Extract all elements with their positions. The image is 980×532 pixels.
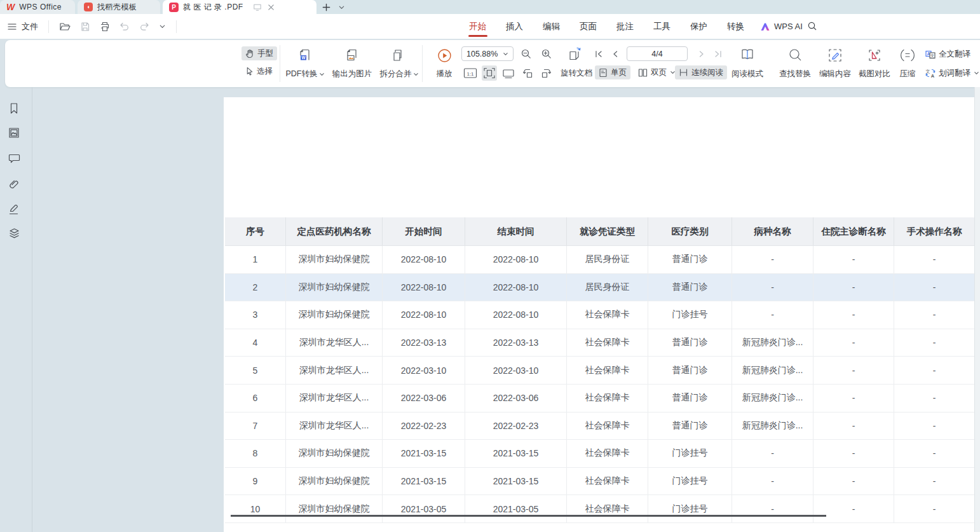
menu-item-edit[interactable]: 编辑 — [543, 14, 560, 39]
read-mode-button[interactable]: 阅读模式 — [730, 46, 765, 79]
thumbnail-icon[interactable] — [8, 127, 20, 139]
cell-credential-type: 社会保障卡 — [567, 468, 648, 495]
zoom-level-select[interactable]: 105.88% — [461, 46, 514, 61]
chevron-down-icon — [974, 71, 979, 76]
cell-disease-name: - — [732, 246, 813, 273]
actual-size-button[interactable]: 1:1 — [463, 65, 478, 81]
edit-content-button[interactable]: 编辑内容 — [816, 46, 854, 79]
file-menu-button[interactable]: 文件 — [22, 21, 38, 32]
table-row[interactable]: 4 深圳市龙华区人... 2022-03-13 2022-03-13 社会保障卡… — [225, 329, 974, 357]
cell-end-date: 2022-03-13 — [465, 329, 567, 357]
first-page-button[interactable] — [592, 46, 605, 62]
table-row[interactable]: 5 深圳市龙华区人... 2022-03-10 2022-03-10 社会保障卡… — [225, 357, 974, 385]
table-row[interactable]: 3 深圳市妇幼保健院 2022-08-10 2022-08-10 社会保障卡 门… — [225, 301, 974, 329]
word-translate-button[interactable]: 文A 划词翻译 — [922, 66, 980, 80]
menu-item-insert[interactable]: 插入 — [506, 14, 523, 39]
save-icon[interactable] — [80, 22, 90, 32]
annotate-pen-icon[interactable] — [8, 203, 20, 215]
cell-seq: 2 — [225, 274, 286, 301]
menu-item-home[interactable]: 开始 — [469, 14, 486, 39]
zoom-in-button[interactable] — [539, 46, 554, 62]
wps-ai-logo-icon — [760, 22, 770, 31]
main-menu-icon[interactable] — [8, 23, 17, 31]
menu-item-annotate[interactable]: 批注 — [616, 14, 634, 39]
cell-disease-name: - — [732, 301, 813, 329]
play-button[interactable]: 播放 — [430, 46, 459, 79]
compress-icon — [900, 48, 915, 63]
continuous-read-button[interactable]: 连续阅读 — [675, 65, 727, 79]
page-indicator-input[interactable]: 4/4 — [627, 46, 688, 61]
split-merge-icon — [391, 48, 407, 63]
cell-end-date: 2021-03-05 — [465, 495, 567, 522]
tab-docer-templates[interactable]: ◖ 找稻壳模板 — [78, 0, 160, 14]
fit-page-button[interactable] — [482, 65, 497, 81]
cell-disease-name: 新冠肺炎门诊... — [732, 329, 813, 357]
cell-start-date: 2022-08-10 — [383, 301, 465, 329]
cell-medical-category: 普通门诊 — [648, 385, 732, 412]
menu-item-protect[interactable]: 保护 — [690, 14, 707, 39]
select-tool-button[interactable]: 选择 — [242, 64, 276, 78]
tab-list-chevron-icon[interactable] — [338, 0, 345, 14]
table-header-cell: 医疗类别 — [648, 217, 732, 245]
cell-start-date: 2021-03-15 — [383, 440, 465, 467]
table-row[interactable]: 6 深圳市龙华区人... 2022-03-06 2022-03-06 社会保障卡… — [225, 385, 974, 413]
rotate-document-button[interactable]: 旋转文档 — [561, 68, 592, 79]
undo-icon[interactable] — [119, 22, 130, 31]
tab-wps-office[interactable]: W WPS Office — [0, 0, 75, 14]
table-row[interactable]: 10 深圳市妇幼保健院 2021-03-05 2021-03-05 社会保障卡 … — [225, 495, 974, 523]
double-page-button[interactable]: 双页 — [634, 65, 679, 79]
next-page-button[interactable] — [695, 46, 708, 62]
split-merge-button[interactable]: 拆分合并 — [378, 46, 421, 79]
find-replace-button[interactable]: 查找替换 — [775, 46, 815, 79]
compress-button[interactable]: 压缩 — [896, 46, 919, 79]
cell-disease-name: 新冠肺炎门诊... — [732, 385, 813, 412]
cell-credential-type: 社会保障卡 — [567, 329, 648, 357]
cell-start-date: 2022-03-10 — [383, 357, 465, 384]
cell-credential-type: 居民身份证 — [567, 246, 648, 273]
single-page-button[interactable]: 单页 — [595, 65, 630, 79]
zoom-out-button[interactable] — [519, 46, 534, 62]
layers-icon[interactable] — [8, 228, 20, 240]
pdf-convert-button[interactable]: W PDF转换 — [283, 46, 327, 79]
redo-icon[interactable] — [139, 22, 149, 31]
quickbar-chevron-icon[interactable] — [159, 23, 166, 30]
table-header-cell: 手术操作名称 — [894, 217, 974, 245]
new-tab-button[interactable] — [322, 0, 331, 14]
cell-institution: 深圳市龙华区人... — [286, 413, 383, 440]
table-row[interactable]: 1 深圳市妇幼保健院 2022-08-10 2022-08-10 居民身份证 普… — [225, 246, 974, 274]
cell-institution: 深圳市妇幼保健院 — [286, 274, 383, 301]
previous-page-button[interactable] — [609, 46, 622, 62]
rotate-document-icon[interactable] — [566, 44, 585, 64]
close-tab-icon[interactable] — [268, 4, 275, 11]
menu-item-page[interactable]: 页面 — [580, 14, 597, 39]
screen-cast-icon[interactable] — [253, 3, 262, 11]
tab-medical-record-pdf[interactable]: P 就 医 记 录 .PDF — [163, 0, 316, 14]
hand-tool-button[interactable]: 手型 — [242, 46, 277, 60]
table-row[interactable]: 2 深圳市妇幼保健院 2022-08-10 2022-08-10 居民身份证 普… — [225, 274, 974, 302]
table-row[interactable]: 8 深圳市妇幼保健院 2021-03-15 2021-03-15 社会保障卡 门… — [225, 440, 974, 468]
cell-operation-name: - — [894, 329, 974, 357]
print-icon[interactable] — [100, 22, 110, 32]
open-folder-icon[interactable] — [59, 22, 71, 32]
menu-item-convert[interactable]: 转换 — [727, 14, 744, 39]
menu-search-icon[interactable] — [807, 21, 817, 31]
pdf-page: 序号定点医药机构名称开始时间结束时间就诊凭证类型医疗类别病种名称住院主诊断名称手… — [224, 97, 974, 532]
fit-width-button[interactable] — [501, 65, 516, 81]
comment-icon[interactable] — [8, 153, 20, 164]
vertical-scrollbar[interactable] — [974, 87, 980, 532]
rotate-right-button[interactable] — [539, 65, 554, 81]
last-page-button[interactable] — [712, 46, 725, 62]
menu-item-tools[interactable]: 工具 — [653, 14, 670, 39]
table-row[interactable]: 9 深圳市妇幼保健院 2021-03-15 2021-03-15 社会保障卡 门… — [225, 468, 974, 496]
wps-ai-button[interactable]: WPS AI — [760, 14, 803, 39]
rotate-left-button[interactable] — [520, 65, 535, 81]
export-image-button[interactable]: 输出为图片 — [329, 46, 375, 79]
screenshot-compare-button[interactable]: 截图对比 — [855, 46, 894, 79]
cell-diagnosis-name: - — [813, 274, 894, 301]
table-row[interactable]: 7 深圳市龙华区人... 2022-02-23 2022-02-23 社会保障卡… — [225, 413, 974, 440]
attachment-icon[interactable] — [8, 179, 20, 190]
full-text-translate-button[interactable]: A文 全文翻译 — [922, 47, 974, 61]
page-divider-line — [231, 515, 826, 517]
cell-medical-category: 普通门诊 — [648, 274, 732, 301]
bookmark-icon[interactable] — [8, 102, 20, 114]
